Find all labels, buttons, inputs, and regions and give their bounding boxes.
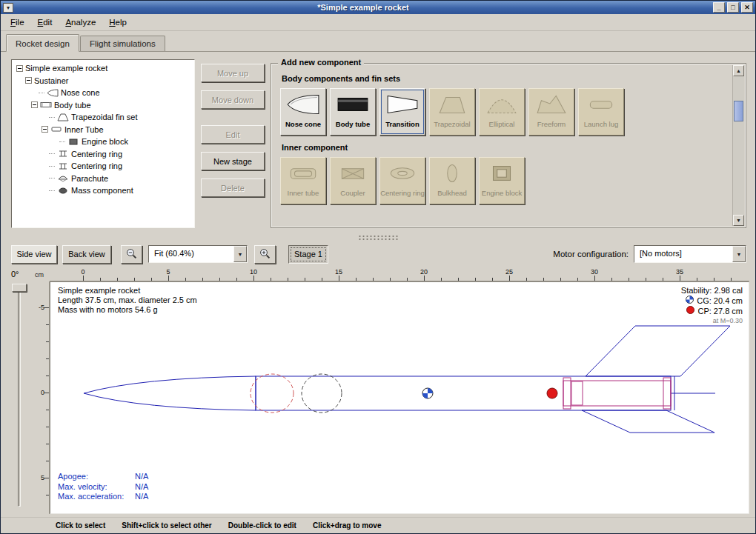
tree-item-inner-tube[interactable]: Inner Tube	[13, 124, 193, 136]
zoom-out-icon	[126, 248, 137, 261]
add-body-tube-button[interactable]: Body tube	[330, 88, 376, 136]
tree-expander-icon[interactable]	[31, 101, 38, 108]
add-bulkhead-button[interactable]: Bulkhead	[429, 157, 475, 204]
tree-item-engine-block[interactable]: Engine block	[13, 136, 193, 148]
add-freeform-fin-button[interactable]: Freeform	[528, 88, 574, 136]
nose-cone-icon	[286, 93, 320, 119]
menu-edit[interactable]: Edit	[31, 16, 59, 29]
fin-set-icon	[57, 113, 69, 121]
tree-item-label: Trapezoidal fin set	[71, 113, 137, 121]
move-down-button[interactable]: Move down	[201, 90, 265, 109]
cp-text: CP: 27.8 cm	[697, 307, 743, 316]
rocket-drawing	[50, 282, 749, 512]
engine-block-icon	[485, 161, 519, 187]
menu-analyze[interactable]: Analyze	[59, 16, 102, 29]
rotation-slider-track[interactable]	[18, 287, 21, 507]
chevron-down-icon[interactable]: ▼	[732, 246, 746, 262]
stability-block: Stability: 2.98 cal CG: 20.4 cm CP: 27.8…	[681, 286, 743, 326]
hint-shift-click: Shift+click to select other	[122, 521, 211, 530]
stage-1-toggle[interactable]: Stage 1	[288, 245, 328, 264]
menu-file[interactable]: File	[4, 16, 31, 29]
scrollbar-thumb[interactable]	[734, 101, 743, 121]
menu-help[interactable]: Help	[102, 16, 133, 29]
centering-ring-icon	[57, 162, 69, 170]
chevron-down-icon[interactable]: ▼	[233, 246, 247, 262]
window-menu-icon[interactable]: ▾	[3, 3, 13, 13]
tree-item-label: Nose cone	[61, 88, 100, 97]
motor-configuration-select[interactable]: [No motors] ▼	[634, 245, 746, 263]
cp-icon	[686, 306, 694, 316]
scroll-up-icon[interactable]: ▲	[733, 65, 744, 76]
add-trapezoidal-fin-button[interactable]: Trapezoidal	[429, 88, 475, 136]
add-component-title: Add new component	[278, 58, 364, 67]
view-toolbar: Side view Back view Fit (60.4%) ▼ Stage …	[1, 241, 755, 267]
minimize-button[interactable]: _	[713, 2, 725, 13]
tree-item-parachute[interactable]: Parachute	[13, 173, 193, 185]
tree-line	[49, 190, 55, 191]
panel-splitter[interactable]	[1, 233, 755, 241]
zoom-out-button[interactable]	[121, 245, 142, 264]
tree-item-label: Centering ring	[71, 161, 122, 170]
add-launch-lug-button[interactable]: Launch lug	[578, 88, 624, 136]
delete-button[interactable]: Delete	[201, 178, 265, 197]
max-acceleration-label: Max. acceleration:	[58, 492, 135, 502]
new-stage-button[interactable]: New stage	[201, 152, 265, 170]
tree-item-sustainer[interactable]: Sustainer	[13, 75, 193, 87]
component-panel-scrollbar[interactable]: ▲ ▼	[732, 65, 744, 226]
move-up-button[interactable]: Move up	[201, 64, 265, 82]
tree-item-rocket[interactable]: Simple example rocket	[13, 62, 193, 75]
close-button[interactable]: ✕	[741, 2, 753, 13]
stability-text: Stability: 2.98 cal	[681, 286, 743, 296]
hint-click-drag: Click+drag to move	[313, 521, 382, 530]
tab-bar: Rocket design Flight simulations	[1, 31, 755, 52]
trapezoidal-fin-icon	[435, 93, 469, 119]
maximize-button[interactable]: □	[727, 2, 739, 13]
mass-component-icon	[57, 187, 69, 195]
inner-tube-icon	[50, 125, 62, 133]
elliptical-fin-icon	[485, 93, 519, 119]
cg-text: CG: 20.4 cm	[697, 296, 743, 306]
add-centering-ring-button[interactable]: Centering ring	[379, 157, 425, 204]
rotation-slider[interactable]	[5, 281, 33, 514]
tree-line	[49, 166, 55, 167]
bulkhead-icon	[435, 161, 469, 187]
rocket-canvas[interactable]: Simple example rocket Length 37.5 cm, ma…	[50, 281, 749, 514]
add-nose-cone-button[interactable]: Nose cone	[280, 88, 326, 136]
tree-item-mass-component[interactable]: Mass component	[13, 184, 193, 197]
ruler-label: 5	[166, 268, 170, 276]
tree-expander-icon[interactable]	[25, 77, 32, 84]
body-tube-icon	[336, 93, 370, 119]
rotation-angle-label: 0°	[5, 268, 33, 281]
add-elliptical-fin-button[interactable]: Elliptical	[479, 88, 525, 136]
add-transition-button[interactable]: Transition	[379, 88, 425, 136]
side-view-button[interactable]: Side view	[11, 245, 57, 264]
coupler-icon	[336, 161, 370, 187]
engine-block-icon	[67, 138, 79, 146]
apogee-label: Apogee:	[58, 472, 135, 482]
tree-item-centering-ring-2[interactable]: Centering ring	[13, 160, 193, 173]
tree-expander-icon[interactable]	[42, 126, 48, 133]
zoom-in-button[interactable]	[254, 245, 276, 264]
add-engine-block-button[interactable]: Engine block	[479, 157, 525, 204]
tab-rocket-design[interactable]: Rocket design	[6, 34, 79, 52]
tree-action-buttons: Move up Move down Edit New stage Delete	[201, 59, 265, 228]
back-view-button[interactable]: Back view	[62, 245, 111, 264]
rotation-slider-thumb[interactable]	[12, 284, 27, 292]
motor-configuration-value: [No motors]	[634, 246, 732, 262]
component-tree[interactable]: Simple example rocket Sustainer Nose con…	[11, 59, 195, 228]
tree-expander-icon[interactable]	[16, 65, 23, 72]
tree-item-centering-ring-1[interactable]: Centering ring	[13, 148, 193, 161]
tab-flight-simulations[interactable]: Flight simulations	[80, 36, 165, 51]
rocket-view-area: 0° cm 0 5 10 15 20 25 30 35 -5 0 5	[1, 267, 755, 517]
hint-double-click: Double-click to edit	[228, 521, 296, 530]
rocket-dimensions-text: Length 37.5 cm, max. diameter 2.5 cm	[58, 296, 197, 305]
tree-item-trapezoidal-fin-set[interactable]: Trapezoidal fin set	[13, 111, 193, 124]
tree-item-nose-cone[interactable]: Nose cone	[13, 87, 193, 99]
scroll-down-icon[interactable]: ▼	[733, 215, 744, 226]
add-inner-tube-button[interactable]: Inner tube	[280, 157, 326, 204]
edit-button[interactable]: Edit	[201, 125, 265, 144]
zoom-select[interactable]: Fit (60.4%) ▼	[148, 245, 248, 263]
add-coupler-button[interactable]: Coupler	[330, 157, 376, 204]
app-window: ▾ *Simple example rocket _ □ ✕ File Edit…	[0, 0, 756, 534]
tree-item-body-tube[interactable]: Body tube	[13, 99, 193, 112]
